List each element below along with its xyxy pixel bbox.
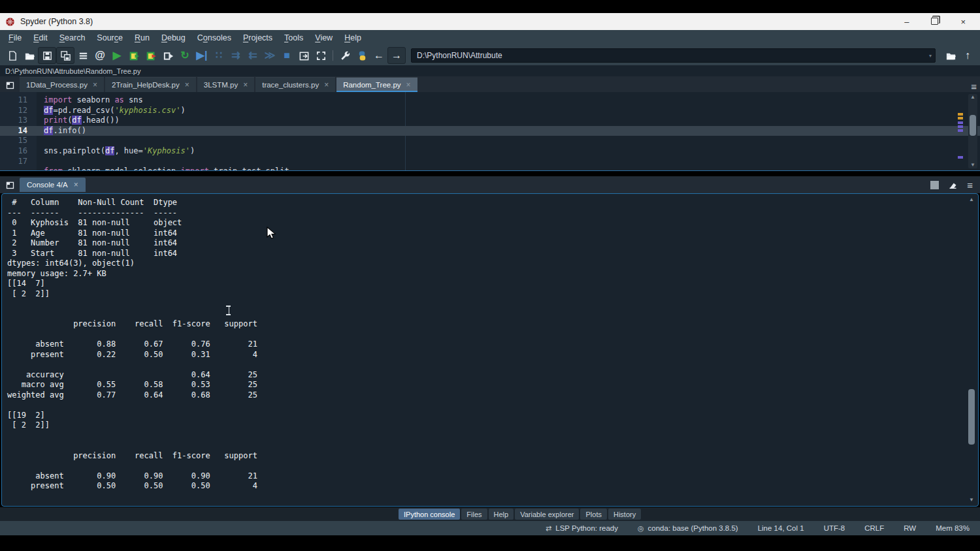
- maximize-button[interactable]: [931, 18, 938, 26]
- debug-file-icon[interactable]: ▶|: [193, 48, 210, 63]
- browse-tabs-button[interactable]: [1, 78, 18, 92]
- interrupt-kernel-icon[interactable]: [930, 181, 939, 189]
- plugin-tab-variable-explorer[interactable]: Variable explorer: [515, 509, 579, 520]
- editor-tab[interactable]: Random_Tree.py×: [336, 77, 417, 92]
- console-tab[interactable]: Console 4/A ×: [20, 178, 86, 192]
- print-icon[interactable]: [74, 48, 91, 63]
- forward-icon[interactable]: →: [387, 47, 406, 64]
- stop-debug-icon-glyph: ■: [284, 50, 290, 61]
- memory-status-label: Mem 83%: [936, 524, 970, 532]
- browse-consoles-button[interactable]: [1, 178, 18, 192]
- encoding-status: UTF-8: [824, 524, 845, 532]
- console-scroll-up-icon[interactable]: ▲: [967, 197, 976, 203]
- parent-dir-icon[interactable]: ↑: [959, 48, 976, 63]
- editor-scrollbar[interactable]: ▲ ▼: [968, 94, 977, 168]
- console-scroll-down-icon[interactable]: ▼: [967, 497, 976, 503]
- debug-step-return-icon[interactable]: ⇇: [244, 48, 261, 63]
- console-tab-label: Console 4/A: [27, 181, 68, 189]
- stop-debug-icon[interactable]: ■: [278, 48, 295, 63]
- find-symbols-icon[interactable]: @: [91, 48, 108, 63]
- scroll-down-icon[interactable]: ▼: [968, 162, 977, 168]
- code-line: 12df=pd.read_csv('kyphosis.csv'): [0, 106, 980, 116]
- editor-tab[interactable]: 1Data_Process.py×: [20, 77, 104, 92]
- editor-options-menu-icon[interactable]: ≡: [971, 81, 976, 92]
- debug-step-icon[interactable]: ∷: [210, 48, 227, 63]
- debug-continue-icon[interactable]: ≫: [261, 48, 278, 63]
- eol-status-label: CRLF: [864, 524, 884, 532]
- code-text: print(df.head()): [44, 116, 120, 126]
- tab-close-icon[interactable]: ×: [324, 80, 329, 89]
- editor-tab-label: trace_clusters.py: [262, 81, 319, 89]
- save-all-icon[interactable]: [56, 47, 74, 64]
- plugin-tab-files[interactable]: Files: [461, 509, 487, 520]
- debug-step-return-icon-glyph: ⇇: [248, 50, 257, 61]
- back-icon[interactable]: ←: [370, 48, 387, 63]
- menu-run[interactable]: Run: [129, 31, 155, 44]
- run-cell-advance-icon[interactable]: [142, 48, 159, 63]
- code-editor[interactable]: 11import seaborn as sns12df=pd.read_csv(…: [0, 92, 980, 171]
- run-cell-icon[interactable]: [125, 48, 142, 63]
- menu-projects[interactable]: Projects: [237, 31, 278, 44]
- menu-consoles[interactable]: Consoles: [191, 31, 237, 44]
- save-file-icon[interactable]: [38, 47, 56, 64]
- ipython-console-pane[interactable]: # Column Non-Null Count Dtype --- ------…: [1, 193, 979, 507]
- plugin-tab-history[interactable]: History: [608, 509, 641, 520]
- editor-tab[interactable]: 3LSTM.py×: [197, 77, 254, 92]
- menu-help[interactable]: Help: [338, 31, 367, 44]
- editor-tab[interactable]: 2Train_HelpDesk.py×: [105, 77, 196, 92]
- debug-file-icon-glyph: ▶|: [197, 50, 208, 61]
- line-number: 11: [0, 95, 27, 106]
- editor-tab[interactable]: trace_clusters.py×: [255, 77, 335, 92]
- menu-view[interactable]: View: [309, 31, 338, 44]
- menu-source[interactable]: Source: [91, 31, 129, 44]
- editor-scrollbar-thumb[interactable]: [970, 115, 976, 136]
- debug-step-into-icon[interactable]: ⇉: [227, 48, 244, 63]
- new-file-icon[interactable]: [4, 48, 21, 63]
- tab-close-icon[interactable]: ×: [93, 80, 97, 89]
- run-selection-icon[interactable]: [159, 48, 176, 63]
- browse-working-dir-icon[interactable]: [942, 48, 959, 63]
- menu-search[interactable]: Search: [54, 31, 91, 44]
- tab-close-icon[interactable]: ×: [406, 80, 411, 89]
- memory-status: Mem 83%: [936, 524, 970, 532]
- clear-console-icon[interactable]: [948, 180, 958, 190]
- lsp-status-label: LSP Python: ready: [555, 524, 618, 532]
- code-line: 13print(df.head()): [0, 116, 980, 126]
- code-line: 11import seaborn as sns: [0, 95, 980, 106]
- maximize-pane-icon[interactable]: [295, 48, 312, 63]
- mouse-pointer-cursor: [267, 227, 277, 241]
- fullscreen-icon[interactable]: [312, 48, 329, 63]
- tab-close-icon[interactable]: ×: [243, 80, 248, 89]
- preferences-icon[interactable]: [336, 48, 353, 63]
- tab-close-icon[interactable]: ×: [185, 80, 189, 89]
- run-file-icon[interactable]: ▶: [108, 48, 125, 63]
- rerun-cell-icon[interactable]: ↻: [176, 48, 193, 63]
- line-number: 16: [0, 146, 27, 157]
- console-options-menu-icon[interactable]: ≡: [967, 180, 972, 191]
- minimize-button[interactable]: –: [904, 18, 909, 26]
- back-icon-glyph: ←: [374, 50, 384, 61]
- dropdown-arrow-icon[interactable]: ▾: [929, 53, 932, 59]
- console-output: # Column Non-Null Count Dtype --- ------…: [2, 194, 978, 496]
- scroll-flag-marks: [958, 92, 963, 170]
- open-file-icon[interactable]: [21, 48, 38, 63]
- readwrite-status: RW: [904, 524, 916, 532]
- pythonpath-icon[interactable]: [353, 48, 370, 63]
- menu-debug[interactable]: Debug: [155, 31, 191, 44]
- menu-tools[interactable]: Tools: [278, 31, 309, 44]
- console-scrollbar-thumb[interactable]: [968, 389, 975, 445]
- console-scrollbar[interactable]: ▲ ▼: [967, 197, 976, 503]
- scroll-up-icon[interactable]: ▲: [968, 94, 977, 101]
- plugin-tab-ipython-console[interactable]: IPython console: [399, 509, 460, 520]
- plugin-tab-help[interactable]: Help: [489, 509, 514, 520]
- menu-edit[interactable]: Edit: [27, 31, 54, 44]
- conda-env-status-icon: ◎: [638, 524, 644, 533]
- console-tab-close-icon[interactable]: ×: [74, 180, 78, 189]
- plugin-tab-plots[interactable]: Plots: [580, 509, 606, 520]
- toolbar-separator: [333, 50, 333, 61]
- plugin-tab-bar: IPython consoleFilesHelpVariable explore…: [0, 507, 980, 521]
- cursor-position-label: Line 14, Col 1: [758, 524, 804, 532]
- menu-file[interactable]: File: [3, 31, 27, 44]
- working-directory-input[interactable]: D:\PythonRUN\Attrubute ▾: [411, 48, 936, 63]
- close-button[interactable]: ×: [960, 18, 966, 26]
